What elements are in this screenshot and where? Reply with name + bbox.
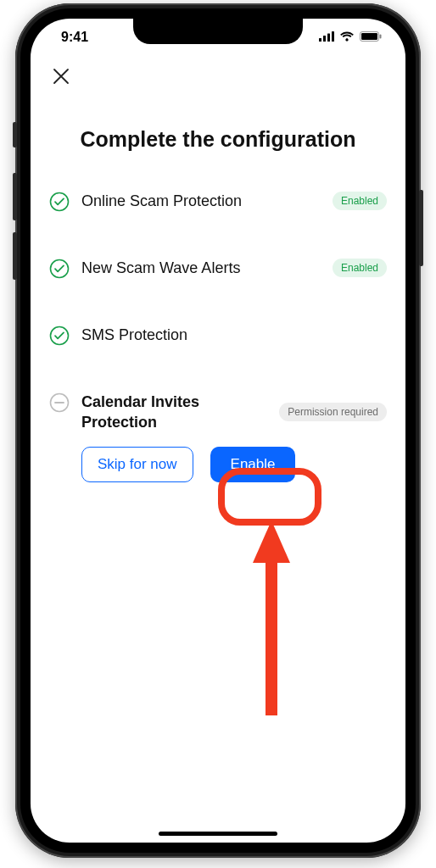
close-icon [53, 68, 70, 85]
pending-icon [49, 392, 70, 416]
svg-rect-0 [319, 38, 321, 42]
notch [133, 19, 303, 44]
check-icon [49, 259, 70, 282]
check-icon [49, 326, 70, 349]
svg-rect-5 [361, 33, 377, 40]
svg-rect-6 [380, 35, 382, 39]
status-badge-enabled: Enabled [333, 259, 387, 277]
close-button[interactable] [49, 64, 73, 88]
phone-frame: 9:41 Complete the config [15, 3, 421, 858]
svg-rect-2 [327, 34, 330, 42]
svg-rect-3 [332, 31, 334, 42]
svg-point-8 [51, 260, 69, 278]
cellular-icon [319, 30, 334, 45]
svg-point-7 [51, 193, 69, 211]
config-item-online-scam: Online Scam Protection Enabled [49, 191, 387, 215]
phone-inner: 9:41 Complete the config [20, 8, 416, 853]
config-item-scam-wave: New Scam Wave Alerts Enabled [49, 258, 387, 282]
annotation-arrow-icon [251, 520, 292, 715]
volume-up-button [13, 173, 17, 220]
config-item-sms: SMS Protection [49, 325, 387, 349]
config-label: SMS Protection [81, 325, 187, 345]
volume-down-button [13, 232, 17, 280]
battery-icon [360, 30, 382, 45]
config-label: Calendar Invites Protection [81, 392, 243, 433]
svg-point-9 [51, 327, 69, 345]
svg-rect-1 [323, 36, 326, 42]
power-button [419, 190, 423, 266]
status-badge-permission: Permission required [279, 403, 387, 421]
status-right [319, 30, 382, 45]
config-label: Online Scam Protection [81, 191, 242, 211]
action-row: Skip for now Enable [81, 447, 387, 482]
skip-button[interactable]: Skip for now [81, 447, 193, 482]
status-time: 9:41 [61, 30, 88, 45]
status-badge-enabled: Enabled [333, 192, 387, 210]
check-icon [49, 192, 70, 215]
home-indicator[interactable] [159, 832, 277, 836]
silence-switch [13, 122, 17, 147]
page-title: Complete the configuration [49, 127, 387, 152]
wifi-icon [339, 30, 355, 45]
screen: 9:41 Complete the config [31, 19, 405, 843]
enable-button[interactable]: Enable [210, 447, 296, 482]
config-item-calendar: Calendar Invites Protection Permission r… [49, 392, 387, 482]
config-label: New Scam Wave Alerts [81, 258, 240, 278]
content: Complete the configuration Online Scam P… [31, 56, 405, 843]
